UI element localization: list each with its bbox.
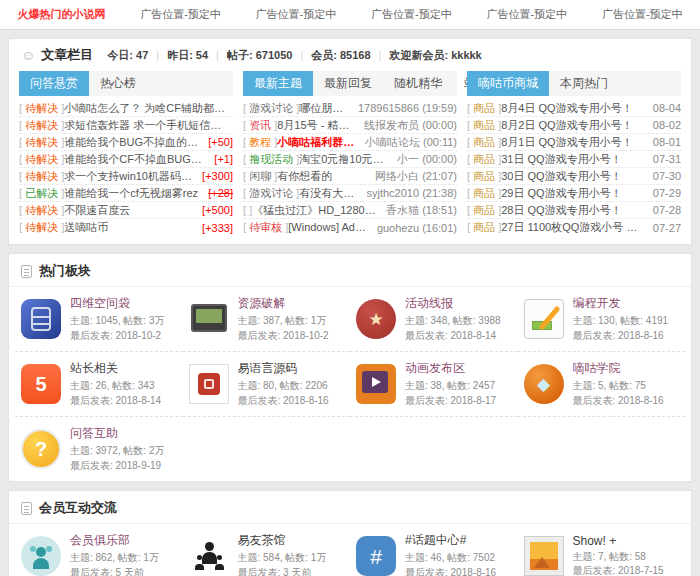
- forum-title[interactable]: 四维空间袋: [70, 295, 164, 312]
- topic-title[interactable]: 哪位朋友有短信轰炸机啊，发我用: [299, 101, 350, 116]
- forum-last-post[interactable]: 最后发表: 2018-8-16: [405, 566, 496, 576]
- list-item[interactable]: 游戏讨论 哪位朋友有短信轰炸机啊，发我用 1789615866 (19:59): [243, 100, 457, 117]
- list-item[interactable]: 已解决 谁能给我一个cf无视烟雾rez [+28]: [19, 185, 233, 202]
- list-item[interactable]: 商品 8月1日 QQ游戏专用小号！ 08-01: [467, 134, 681, 151]
- shop-item-title[interactable]: 31日 QQ游戏专用小号！: [501, 152, 645, 167]
- tab-random-digest[interactable]: 随机精华: [383, 71, 453, 96]
- forum-block[interactable]: # #话题中心# 主题: 46, 帖数: 7502 最后发表: 2018-8-1…: [350, 524, 518, 576]
- list-item[interactable]: 商品 27日 1100枚QQ游戏小号 不限量！ 07-27: [467, 219, 681, 236]
- list-item[interactable]: 待解决 谁能给我个CF不掉血BUG挂啊 [+1]: [19, 151, 233, 168]
- forum-title[interactable]: 动画发布区: [405, 360, 496, 377]
- shop-item-title[interactable]: 28日 QQ游戏专用小号！: [501, 203, 645, 218]
- forum-last-post[interactable]: 最后发表: 2018-8-14: [405, 329, 501, 344]
- tab-latest-topics[interactable]: 最新主题: [243, 71, 313, 96]
- ad-link[interactable]: 广告位置-预定中: [602, 7, 683, 22]
- tab-hot-ranking[interactable]: 热心榜: [89, 71, 147, 96]
- forum-block[interactable]: Show! + 主题: 7, 帖数: 58 最后发表: 2018-7-15: [518, 524, 686, 576]
- forum-last-post[interactable]: 最后发表: 2018-8-16: [573, 394, 664, 409]
- ad-link[interactable]: 广告位置-预定中: [486, 7, 567, 22]
- shop-item-title[interactable]: 30日 QQ游戏专用小号！: [501, 169, 645, 184]
- qa-title[interactable]: 小嘀咕怎么了？ 为啥CF辅助都没了？谁来解: [64, 101, 229, 116]
- list-item[interactable]: 商品 30日 QQ游戏专用小号！ 07-30: [467, 168, 681, 185]
- shop-item-title[interactable]: 8月2日 QQ游戏专用小号！: [501, 118, 645, 133]
- shop-item-title[interactable]: 29日 QQ游戏专用小号！: [501, 186, 645, 201]
- forum-title[interactable]: 易友茶馆: [238, 532, 327, 549]
- forum-title[interactable]: Show! +: [573, 534, 664, 548]
- list-item[interactable]: 待解决 求一个支持win10机器码解封 [+300]: [19, 168, 233, 185]
- forum-last-post[interactable]: 最后发表: 2018-9-19: [70, 459, 164, 474]
- topic-author-time[interactable]: 香水猫 (18:51): [382, 203, 457, 218]
- list-item[interactable]: 待解决 小嘀咕怎么了？ 为啥CF辅助都没了？谁来解: [19, 100, 233, 117]
- qa-title[interactable]: 送嘀咕币: [64, 220, 198, 235]
- forum-block[interactable]: 编程开发 主题: 130, 帖数: 4191 最后发表: 2018-8-16: [518, 287, 686, 352]
- list-item[interactable]: 闲聊 有你想看的 网络小白 (21:07): [243, 168, 457, 185]
- forum-last-post[interactable]: 最后发表: 2018-8-16: [238, 394, 329, 409]
- list-item[interactable]: 待解决 不限速百度云 [+500]: [19, 202, 233, 219]
- list-item[interactable]: 待解决 谁能给我个BUG不掉血的CF挂啊 [+50]: [19, 134, 233, 151]
- list-item[interactable]: 商品 28日 QQ游戏专用小号！ 07-28: [467, 202, 681, 219]
- category-tag[interactable]: 资讯: [243, 118, 277, 133]
- category-tag[interactable]: [243, 204, 252, 216]
- topic-title[interactable]: [Windows] Adobe全家桶（PS,PR,AE: [288, 220, 369, 235]
- forum-last-post[interactable]: 最后发表: 2018-8-14: [70, 394, 161, 409]
- forum-block[interactable]: 资源破解 主题: 387, 帖数: 1万 最后发表: 2018-10-2: [183, 287, 351, 352]
- forum-last-post[interactable]: 最后发表: 3 天前: [238, 566, 327, 576]
- forum-last-post[interactable]: 最后发表: 2018-7-15: [573, 564, 664, 576]
- list-item[interactable]: 待解决 送嘀咕币 [+333]: [19, 219, 233, 236]
- list-item[interactable]: 商品 29日 QQ游戏专用小号！ 07-29: [467, 185, 681, 202]
- stat-newest-member[interactable]: 欢迎新会员: kkkkk: [371, 48, 482, 63]
- list-item[interactable]: 商品 8月4日 QQ游戏专用小号！ 08-04: [467, 100, 681, 117]
- forum-title[interactable]: 活动线报: [405, 295, 501, 312]
- tab-weekly-hot[interactable]: 本周热门: [549, 71, 619, 96]
- ad-link[interactable]: 广告位置-预定中: [140, 7, 221, 22]
- category-tag[interactable]: 闲聊: [243, 169, 277, 184]
- qa-title[interactable]: 谁能给我一个cf无视烟雾rez: [64, 186, 204, 201]
- topic-author-time[interactable]: guohezu (16:01): [373, 222, 457, 234]
- list-item[interactable]: 商品 8月2日 QQ游戏专用小号！ 08-02: [467, 117, 681, 134]
- forum-title[interactable]: 嘀咕学院: [573, 360, 664, 377]
- forum-block[interactable]: ? 问答互助 主题: 3972, 帖数: 2万 最后发表: 2018-9-19: [15, 417, 183, 481]
- topic-author-time[interactable]: 小嘀咕论坛 (00:11): [361, 135, 457, 150]
- list-item[interactable]: 《猛虫过江》HD_1280高清完整版 香水猫 (18:51): [243, 202, 457, 219]
- forum-title[interactable]: #话题中心#: [405, 532, 496, 549]
- forum-title[interactable]: 站长相关: [70, 360, 161, 377]
- forum-block[interactable]: 易友茶馆 主题: 584, 帖数: 1万 最后发表: 3 天前: [183, 524, 351, 576]
- tab-qa-reward[interactable]: 问答悬赏: [19, 71, 89, 96]
- forum-title[interactable]: 易语言源码: [238, 360, 329, 377]
- forum-last-post[interactable]: 最后发表: 2018-8-17: [405, 394, 496, 409]
- forum-last-post[interactable]: 最后发表: 2018-8-16: [573, 329, 669, 344]
- qa-title[interactable]: 不限速百度云: [64, 203, 198, 218]
- topic-title[interactable]: 8月15号 - 精选商品包邮线报 买买: [277, 118, 356, 133]
- shop-item-title[interactable]: 8月4日 QQ游戏专用小号！: [501, 101, 645, 116]
- site-link[interactable]: 火爆热门的小说网: [17, 7, 105, 22]
- qa-title[interactable]: 谁能给我个CF不掉血BUG挂啊: [64, 152, 210, 167]
- category-tag[interactable]: 教程: [243, 135, 277, 150]
- forum-title[interactable]: 会员俱乐部: [70, 532, 159, 549]
- ad-link[interactable]: 广告位置-预定中: [256, 7, 337, 22]
- qa-title[interactable]: 谁能给我个BUG不掉血的CF挂啊: [64, 135, 204, 150]
- forum-last-post[interactable]: 最后发表: 2018-10-2: [238, 329, 329, 344]
- forum-title[interactable]: 问答互助: [70, 425, 164, 442]
- qa-title[interactable]: 求短信轰炸器 求一个手机短信轰炸器: [64, 118, 229, 133]
- tab-latest-replies[interactable]: 最新回复: [313, 71, 383, 96]
- topic-author-time[interactable]: 小一 (00:00): [393, 152, 457, 167]
- topic-author-time[interactable]: 线报发布员 (00:00): [360, 118, 457, 133]
- list-item[interactable]: 教程 小嘀咕福利群【 】2群-线 小嘀咕论坛 (00:11): [243, 134, 457, 151]
- forum-block[interactable]: 5 站长相关 主题: 26, 帖数: 343 最后发表: 2018-8-14: [15, 352, 183, 417]
- topic-title[interactable]: 有没有大神可以破解刺激战场JS压: [299, 186, 358, 201]
- forum-title[interactable]: 编程开发: [573, 295, 669, 312]
- topic-author-time[interactable]: syjthc2010 (21:38): [363, 187, 458, 199]
- shop-item-title[interactable]: 8月1日 QQ游戏专用小号！: [501, 135, 645, 150]
- topic-author-time[interactable]: 网络小白 (21:07): [371, 169, 457, 184]
- topic-title[interactable]: 淘宝0元撸10元商品不限种类: [299, 152, 389, 167]
- forum-last-post[interactable]: 最后发表: 2018-10-2: [70, 329, 164, 344]
- forum-block[interactable]: 四维空间袋 主题: 1045, 帖数: 3万 最后发表: 2018-10-2: [15, 287, 183, 352]
- forum-title[interactable]: 资源破解: [238, 295, 329, 312]
- forum-block[interactable]: 动画发布区 主题: 38, 帖数: 2457 最后发表: 2018-8-17: [350, 352, 518, 417]
- category-tag[interactable]: 待审核: [243, 220, 288, 235]
- list-item[interactable]: 游戏讨论 有没有大神可以破解刺激战场JS压 syjthc2010 (21:38): [243, 185, 457, 202]
- list-item[interactable]: 待审核 [Windows] Adobe全家桶（PS,PR,AE guohezu …: [243, 219, 457, 236]
- category-tag[interactable]: 游戏讨论: [243, 101, 299, 116]
- qa-title[interactable]: 求一个支持win10机器码解封: [64, 169, 198, 184]
- list-item[interactable]: 撸现活动 淘宝0元撸10元商品不限种类 小一 (00:00): [243, 151, 457, 168]
